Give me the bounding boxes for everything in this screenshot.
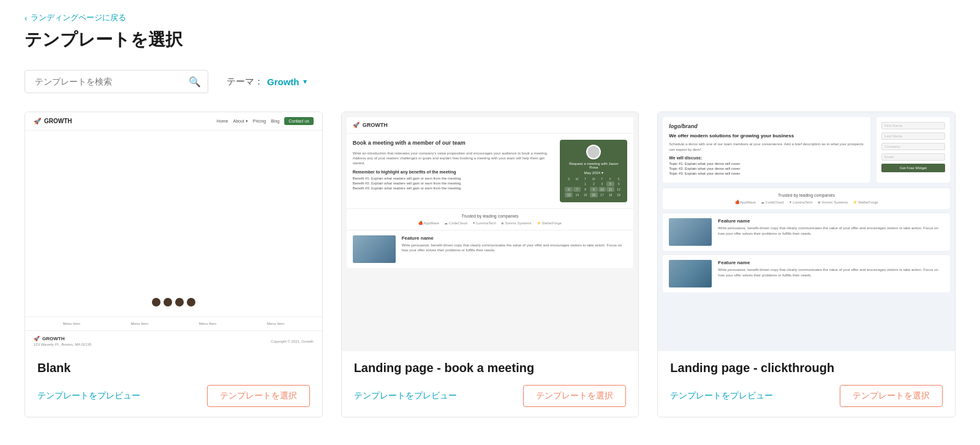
cal-d16: 15 xyxy=(581,192,589,197)
footer-logo: 🚀 GROWTH xyxy=(34,336,91,341)
feature-name-meeting: Feature name xyxy=(402,235,628,241)
nav-link-blog: Blog xyxy=(271,119,279,123)
meeting-header: 🚀 GROWTH xyxy=(347,117,634,134)
logo-appwave: 🍎 AppWave xyxy=(418,221,439,225)
select-button-blank[interactable]: テンプレートを選択 xyxy=(207,385,310,407)
ct-left: logo/brand We offer modern solutions for… xyxy=(663,117,870,183)
template-actions-clickthrough: テンプレートをプレビュー テンプレートを選択 xyxy=(670,385,943,407)
meeting-logo-icon: 🚀 xyxy=(353,122,360,128)
cal-d0 xyxy=(565,181,573,186)
logo-stellarforge: ⚡ StellarForge xyxy=(537,221,562,225)
social-icon-1 xyxy=(152,298,160,306)
cal-header-sun: S xyxy=(565,177,573,181)
cal-d12[interactable]: 11 xyxy=(606,187,614,192)
preview-nav-links: Home About Pricing Blog Contact us xyxy=(217,117,314,125)
breadcrumb[interactable]: ‹ ランディングページに戻る xyxy=(24,12,956,23)
ct-feature2-img-inner xyxy=(669,260,712,287)
calendar-avatar xyxy=(586,145,601,159)
footer-copy: Copyright © 2021, Growth xyxy=(271,340,313,343)
social-icon-3 xyxy=(175,298,184,306)
footer-logo-text: GROWTH xyxy=(42,336,64,341)
cal-d14[interactable]: 13 xyxy=(565,192,573,197)
ct-form-lastname: Last Name xyxy=(881,132,945,140)
chevron-down-icon: ▾ xyxy=(303,77,307,86)
nav-link-home: Home xyxy=(217,119,228,123)
theme-dropdown[interactable]: Growth xyxy=(267,77,300,87)
ct-feature1-name: Feature name xyxy=(718,218,944,224)
cal-d7[interactable]: 6 xyxy=(565,187,573,192)
page-wrapper: ‹ ランディングページに戻る テンプレートを選択 🔍 テーマ： Growth ▾… xyxy=(0,0,980,442)
cal-header-sat: S xyxy=(615,177,623,181)
search-input[interactable] xyxy=(24,70,208,93)
cal-d5[interactable]: 4 xyxy=(606,181,614,186)
footer-link-1: Menu Item xyxy=(62,322,80,325)
calendar-grid: S M T W T F S 1 2 xyxy=(565,177,622,197)
ct-top: logo/brand We offer modern solutions for… xyxy=(663,117,950,183)
meeting-content: Book a meeting with a member of our team… xyxy=(347,134,634,208)
cal-d1 xyxy=(573,181,581,186)
preview-body-blank: Menu Item Menu Item Menu Item Menu Item xyxy=(25,131,322,330)
footer-link-4: Menu Item xyxy=(267,322,284,325)
search-wrapper: 🔍 xyxy=(24,70,208,93)
trusted-title-meeting: Trusted by leading companies xyxy=(353,214,628,218)
theme-label: テーマ： xyxy=(227,76,263,88)
ct-right: First Name Last Name Company Email Get F… xyxy=(876,117,950,183)
ct-form-company: Company xyxy=(881,143,945,150)
social-icon-4 xyxy=(187,298,195,306)
cal-d4: 3 xyxy=(598,181,606,186)
ct-headline: We offer modern solutions for growing yo… xyxy=(669,133,864,139)
cal-d10[interactable]: 9 xyxy=(590,187,598,192)
template-card-clickthrough: logo/brand We offer modern solutions for… xyxy=(657,112,956,417)
cal-header-wed: W xyxy=(590,177,598,181)
ct-logo-luminatech: ✦ LuminaTech xyxy=(789,200,813,204)
select-button-meeting[interactable]: テンプレートを選択 xyxy=(523,385,626,407)
cal-header-fri: F xyxy=(606,177,614,181)
cal-d6: 5 xyxy=(615,181,623,186)
ct-feature2-image xyxy=(669,260,712,287)
feature-desc-meeting: Write persuasive, benefit-driven copy th… xyxy=(402,243,628,253)
ct-logo: logo/brand xyxy=(669,123,864,129)
ct-feature1-image xyxy=(669,218,712,246)
cal-d3: 2 xyxy=(590,181,598,186)
ct-form-email: Email xyxy=(881,153,945,161)
cal-d17[interactable]: 16 xyxy=(590,192,598,197)
cal-d11[interactable]: 10 xyxy=(598,187,606,192)
ct-feature1: Feature name Write persuasive, benefit-d… xyxy=(663,213,950,251)
ct-bullet-3: Topic #3: Explain what your demo will co… xyxy=(669,172,864,175)
preview-logo-text: GROWTH xyxy=(44,118,72,124)
template-info-blank: Blank テンプレートをプレビュー テンプレートを選択 xyxy=(25,351,322,417)
logo-luminatech: ✦ LuminaTech xyxy=(472,221,496,225)
meeting-benefit-2: Benefit #2: Explain what readers will ga… xyxy=(353,181,554,185)
select-button-clickthrough[interactable]: テンプレートを選択 xyxy=(840,385,943,407)
preview-logo: 🚀 GROWTH xyxy=(34,118,72,124)
nav-link-pricing: Pricing xyxy=(253,119,266,123)
trusted-logos-ct: 🍎 AppWave ☁ CodeCloud ✦ LuminaTech ◈ Son… xyxy=(669,200,944,204)
toolbar: 🔍 テーマ： Growth ▾ xyxy=(24,70,956,93)
cal-header-tue: T xyxy=(581,177,589,181)
logo-codecloud: ☁ CodeCloud xyxy=(444,221,467,225)
template-preview-blank: 🚀 GROWTH Home About Pricing Blog Contact… xyxy=(25,112,322,351)
meeting-body: Write an introduction that reiterates yo… xyxy=(353,151,554,166)
preview-hero-blank xyxy=(25,131,322,288)
meeting-benefits-title: Remember to highlight any benefits of th… xyxy=(353,170,554,174)
ct-logo-codecloud: ☁ CodeCloud xyxy=(761,200,784,204)
preview-link-blank[interactable]: テンプレートをプレビュー xyxy=(37,390,140,401)
ct-feature1-img-inner xyxy=(669,218,712,246)
cal-d8[interactable]: 7 xyxy=(573,187,581,192)
template-info-clickthrough: Landing page - clickthrough テンプレートをプレビュー… xyxy=(658,351,955,417)
feature-image-inner xyxy=(353,235,396,263)
meeting-title: Book a meeting with a member of our team xyxy=(353,140,554,147)
ct-feature2: Feature name Write persuasive, benefit-d… xyxy=(663,254,950,292)
footer-link-3: Menu Item xyxy=(199,322,216,325)
meeting-right: Request a meeting with Jason Rosa May 20… xyxy=(560,140,627,202)
cal-d13: 12 xyxy=(615,187,623,192)
preview-footer-bar: 🚀 GROWTH 123 Waverly Pl., Boston, MA 021… xyxy=(25,330,322,351)
preview-link-meeting[interactable]: テンプレートをプレビュー xyxy=(354,390,457,401)
trusted-section-meeting: Trusted by leading companies 🍎 AppWave ☁… xyxy=(347,208,634,230)
preview-link-clickthrough[interactable]: テンプレートをプレビュー xyxy=(670,390,773,401)
footer-brand: 🚀 GROWTH 123 Waverly Pl., Boston, MA 021… xyxy=(34,336,91,346)
ct-feature1-text: Feature name Write persuasive, benefit-d… xyxy=(718,218,944,246)
template-name-blank: Blank xyxy=(37,361,310,375)
cal-d15: 14 xyxy=(573,192,581,197)
meeting-left: Book a meeting with a member of our team… xyxy=(353,140,554,202)
